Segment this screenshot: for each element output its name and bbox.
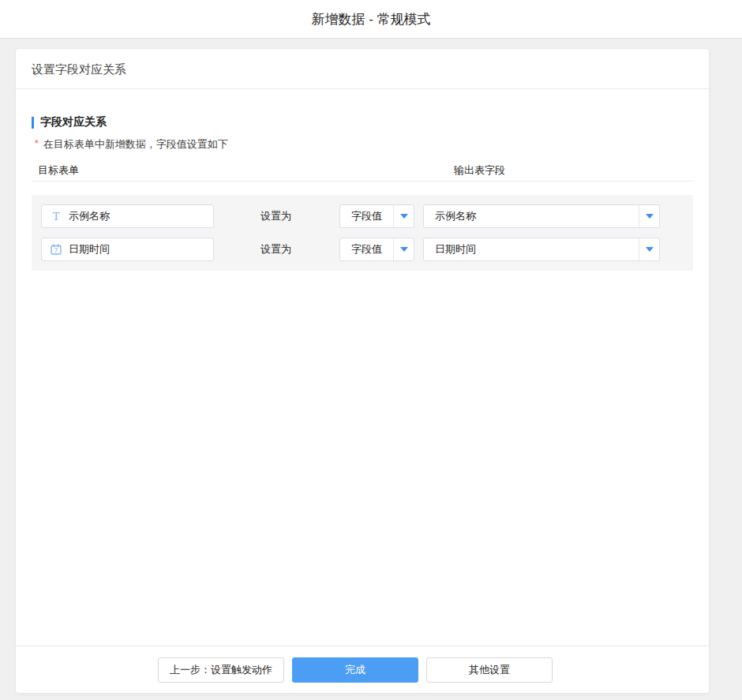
output-field-selected: 示例名称 (424, 205, 639, 227)
column-output-fields: 输出表字段 (454, 163, 505, 178)
field-mapping-card: 设置字段对应关系 字段对应关系 *在目标表单中新增数据，字段值设置如下 目标表单… (16, 49, 709, 693)
footer-button-group: 上一步：设置触发动作 完成 其他设置 (158, 657, 553, 683)
mapping-row: T 示例名称 设置为 字段值 示例名称 (32, 204, 693, 228)
output-field-select[interactable]: 示例名称 (423, 204, 660, 228)
value-type-selected: 字段值 (340, 238, 393, 260)
column-target-form: 目标表单 (38, 163, 79, 178)
relation-label: 设置为 (260, 238, 291, 261)
calendar-icon: 7 (50, 243, 62, 256)
mapping-row: 7 日期时间 设置为 字段值 日期时间 (32, 238, 693, 261)
finish-button[interactable]: 完成 (292, 657, 418, 683)
required-asterisk: * (35, 138, 39, 149)
dropdown-arrow-icon (400, 214, 408, 219)
dropdown-arrow-icon (646, 247, 654, 252)
svg-text:T: T (53, 211, 60, 223)
output-field-arrow-segment[interactable] (639, 238, 659, 260)
mapping-rows-container: T 示例名称 设置为 字段值 示例名称 (32, 195, 693, 271)
value-type-arrow-segment[interactable] (393, 205, 414, 227)
text-field-icon: T (50, 210, 62, 223)
output-field-arrow-segment[interactable] (639, 205, 659, 227)
dropdown-arrow-icon (646, 214, 654, 219)
hint-text: 在目标表单中新增数据，字段值设置如下 (43, 138, 228, 150)
other-settings-button[interactable]: 其他设置 (426, 657, 553, 683)
card-header-title: 设置字段对应关系 (16, 49, 709, 89)
page-title: 新增数据 - 常规模式 (311, 10, 430, 28)
section-accent-bar (32, 117, 34, 129)
value-type-select[interactable]: 字段值 (339, 204, 414, 228)
section-title: 字段对应关系 (32, 115, 693, 129)
card-footer: 上一步：设置触发动作 完成 其他设置 (16, 646, 709, 693)
output-field-selected: 日期时间 (424, 238, 639, 260)
value-type-selected: 字段值 (340, 205, 393, 227)
target-field-box[interactable]: T 示例名称 (41, 204, 214, 228)
hint-line: *在目标表单中新增数据，字段值设置如下 (32, 137, 693, 152)
columns-header-row: 目标表单 输出表字段 (32, 163, 693, 182)
section-title-label: 字段对应关系 (40, 115, 107, 129)
target-field-label: 示例名称 (69, 209, 110, 223)
value-type-select[interactable]: 字段值 (339, 238, 414, 261)
dialog-title-bar: 新增数据 - 常规模式 (0, 0, 742, 39)
previous-step-button[interactable]: 上一步：设置触发动作 (158, 657, 284, 683)
svg-text:7: 7 (54, 247, 58, 254)
relation-label: 设置为 (260, 204, 291, 228)
output-field-select[interactable]: 日期时间 (423, 238, 660, 261)
target-field-label: 日期时间 (69, 242, 110, 256)
target-field-box[interactable]: 7 日期时间 (41, 238, 214, 261)
value-type-arrow-segment[interactable] (393, 238, 414, 260)
card-body: 字段对应关系 *在目标表单中新增数据，字段值设置如下 目标表单 输出表字段 T … (16, 89, 709, 271)
dropdown-arrow-icon (400, 247, 408, 252)
